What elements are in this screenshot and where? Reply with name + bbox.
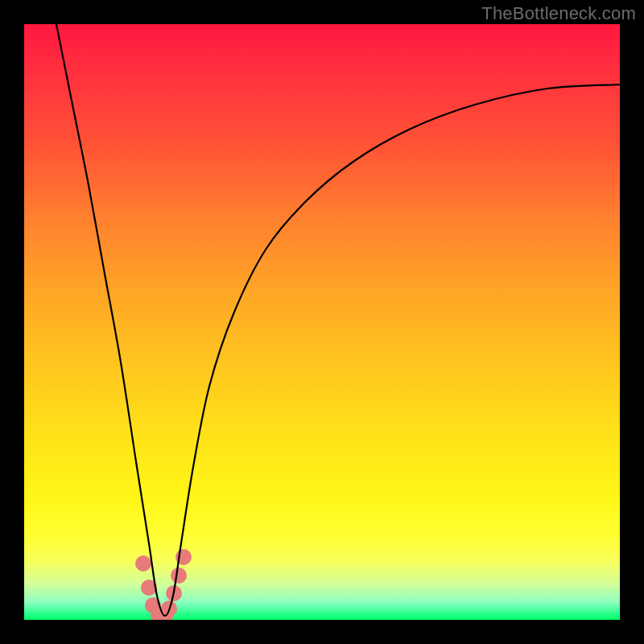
chart-svg: [24, 24, 620, 620]
chart-plot-area: [24, 24, 620, 620]
highlight-markers-group: [135, 549, 192, 620]
chart-frame: TheBottleneck.com: [0, 0, 644, 644]
watermark-text: TheBottleneck.com: [481, 3, 636, 24]
highlight-marker: [171, 568, 187, 584]
highlight-marker: [135, 555, 151, 572]
bottleneck-curve-line: [56, 24, 620, 616]
